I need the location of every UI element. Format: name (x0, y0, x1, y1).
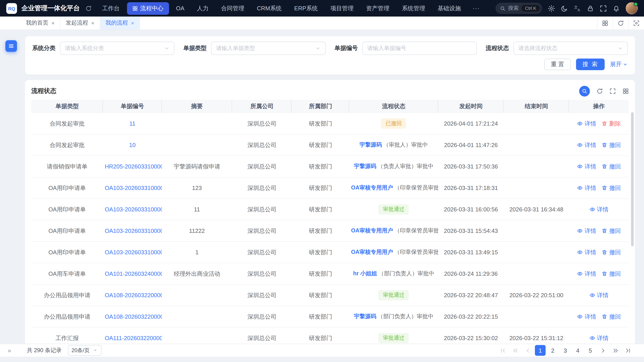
approver-link[interactable]: 宇擎源码 (354, 313, 376, 320)
doc-no-link[interactable]: OA108-2026032200002 (105, 292, 162, 299)
menu-item-7[interactable]: ERP系统 (289, 2, 323, 14)
eye-icon (589, 292, 595, 298)
action-detail-button[interactable]: 详情 (589, 334, 608, 342)
settings-gear-icon[interactable] (548, 5, 555, 12)
action-revoke-button[interactable]: 撤回 (602, 227, 621, 235)
doc-no-link[interactable]: 10 (129, 142, 136, 148)
doc-no-link[interactable]: OA108-2026032200001 (105, 313, 162, 320)
menu-item-5[interactable]: 合同管理 (216, 2, 250, 14)
page-number-1[interactable]: 1 (535, 345, 546, 356)
table-search-button[interactable] (579, 86, 590, 96)
refresh-page-icon[interactable] (613, 16, 628, 29)
sidebar-drawer-button[interactable] (5, 40, 17, 52)
page-number-2[interactable]: 2 (548, 345, 558, 356)
doc-no-link[interactable]: OA103-2026033100004 (105, 185, 162, 191)
page-number-3[interactable]: 3 (560, 345, 571, 356)
approver-link[interactable]: OA审核专用用户 (351, 228, 393, 234)
layout-grid-icon[interactable] (597, 16, 613, 29)
action-revoke-button[interactable]: 撤回 (602, 162, 621, 170)
action-detail-button[interactable]: 详情 (577, 270, 596, 278)
expand-sidebar-chevrons[interactable]: » (5, 347, 14, 354)
action-detail-button[interactable]: 详情 (577, 162, 596, 170)
approver-link[interactable]: 宇擎源码 (354, 163, 376, 169)
approver-link[interactable]: 宇擎源码 (360, 142, 382, 148)
menu-item-1[interactable]: 工作台 (97, 2, 125, 14)
doc-no-link[interactable]: HR205-2026033100001 (105, 163, 162, 170)
reset-button[interactable]: 重 置 (544, 58, 571, 70)
reload-icon[interactable] (85, 5, 92, 11)
doc-no-link[interactable]: 11 (129, 120, 135, 127)
action-revoke-button[interactable]: 撤回 (602, 184, 621, 192)
tab-1[interactable]: 我的首页× (20, 16, 60, 29)
action-detail-button[interactable]: 详情 (577, 184, 596, 192)
action-detail-button[interactable]: 详情 (577, 227, 596, 235)
cell-department: 研发部门 (292, 184, 349, 192)
action-detail-button[interactable]: 详情 (589, 291, 608, 299)
filter-select[interactable]: 请输入单据类型 (211, 41, 326, 55)
fullscreen-icon[interactable] (600, 5, 607, 12)
approver-link[interactable]: OA审核专用用户 (351, 249, 393, 255)
filter-input[interactable]: 请输入单据编号 (362, 41, 477, 55)
first-page-button[interactable] (497, 345, 508, 356)
action-revoke-button[interactable]: 撤回 (602, 270, 621, 278)
lock-screen-icon[interactable] (587, 5, 594, 12)
page-number-4[interactable]: 4 (572, 345, 583, 356)
action-revoke-button[interactable]: 撤回 (602, 248, 621, 256)
menu-item-3[interactable]: OA (170, 3, 190, 14)
filter-select[interactable]: 请输入系统分类 (60, 41, 174, 55)
table-fullscreen-icon[interactable] (610, 88, 616, 94)
tab-close-icon[interactable]: × (91, 20, 94, 26)
doc-no-link[interactable]: OA101-2026032400001 (105, 270, 162, 277)
search-button[interactable]: 搜 索 (576, 58, 605, 70)
action-revoke-button[interactable]: 撤回 (602, 313, 621, 321)
flow-step-text: （负责人审批）审批中 (378, 163, 434, 169)
jump-back-button[interactable] (510, 345, 520, 356)
doc-no-link[interactable]: OA103-2026033100003 (105, 206, 162, 213)
doc-no-link[interactable]: OA103-2026033100002 (105, 228, 162, 234)
tab-close-icon[interactable]: × (131, 20, 134, 26)
menu-item-6[interactable]: CRM系统 (252, 2, 287, 14)
page-size-select[interactable]: 20条/页 (68, 345, 101, 356)
global-search-button[interactable]: 搜索 Ctrl K (496, 3, 542, 14)
menu-item-8[interactable]: 项目管理 (325, 2, 359, 14)
menu-item-10[interactable]: 系统管理 (396, 2, 430, 14)
action-revoke-button[interactable]: 撤回 (602, 141, 621, 149)
action-detail-button[interactable]: 详情 (577, 120, 596, 128)
bell-icon[interactable] (613, 5, 620, 12)
tab-3[interactable]: 我的流程× (100, 16, 140, 29)
app-logo[interactable]: RQ (6, 3, 17, 14)
menu-item-9[interactable]: 资产管理 (361, 2, 395, 14)
prev-page-button[interactable] (522, 345, 533, 356)
action-detail-button[interactable]: 详情 (589, 205, 608, 213)
doc-no-link[interactable]: OA103-2026033100001 (105, 249, 162, 256)
doc-no-link[interactable]: OA111-2026032200002 (105, 335, 162, 342)
menu-item-2[interactable]: 流程中心 (127, 2, 169, 14)
vertical-scrollbar-thumb[interactable] (631, 112, 634, 246)
screen-focus-icon[interactable] (628, 16, 644, 29)
menu-overflow-button[interactable]: ··· (470, 5, 482, 12)
jump-forward-button[interactable] (610, 345, 621, 356)
filter-select[interactable]: 请选择流程状态 (514, 41, 628, 55)
action-label: 详情 (584, 162, 596, 170)
menu-item-11[interactable]: 基础设施 (432, 2, 466, 14)
table-refresh-icon[interactable] (596, 88, 603, 94)
action-delete-button[interactable]: 删除 (602, 120, 621, 128)
approver-link[interactable]: hr 小姐姐 (353, 270, 377, 277)
action-detail-button[interactable]: 详情 (577, 141, 596, 149)
action-detail-button[interactable]: 详情 (577, 313, 596, 321)
user-avatar[interactable] (626, 2, 638, 14)
theme-moon-icon[interactable] (561, 5, 568, 12)
next-page-button[interactable] (598, 345, 608, 356)
tab-close-icon[interactable]: × (52, 20, 54, 26)
expand-filters-link[interactable]: 展开 (610, 60, 628, 68)
menu-item-4[interactable]: 人力 (192, 2, 214, 14)
approver-link[interactable]: OA审核专用用户 (351, 185, 393, 191)
online-status-dot (634, 2, 638, 6)
translate-icon[interactable] (574, 5, 581, 12)
table-columns-icon[interactable] (622, 88, 629, 94)
tab-2[interactable]: 发起流程× (60, 16, 100, 29)
doc-type-text: OA用印申请单 (48, 206, 86, 213)
action-detail-button[interactable]: 详情 (577, 248, 596, 256)
page-number-5[interactable]: 5 (585, 345, 596, 356)
last-page-button[interactable] (622, 345, 633, 356)
